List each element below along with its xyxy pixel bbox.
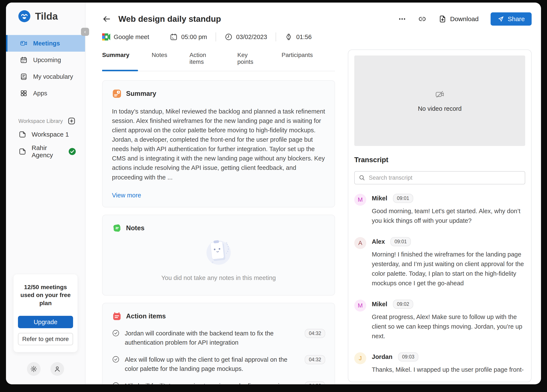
transcript-column: No video record Transcript M <box>348 49 532 384</box>
profile-button[interactable] <box>50 362 64 376</box>
speaker-name: Alex <box>372 238 385 245</box>
message-text: Thanks, Mikel. I wrapped up the user pro… <box>372 365 525 375</box>
transcript-search <box>354 171 525 184</box>
download-icon <box>438 15 447 23</box>
transcript-message: M Mikel 09:02 Great progress, Alex! Make… <box>354 299 525 341</box>
tab-action-items[interactable]: Action items <box>190 52 215 71</box>
action-items-icon <box>112 311 122 321</box>
sidebar-nav: Meetings Upcoming My vocabulary Apps <box>6 35 85 102</box>
sidebar-item-upcoming[interactable]: Upcoming <box>6 52 85 68</box>
timestamp-badge[interactable]: 04:32 <box>305 355 325 364</box>
selected-check-icon <box>68 148 76 155</box>
divider <box>276 33 276 41</box>
notes-card: Notes <box>102 215 335 296</box>
message-text: Morning! I finished the wireframes for t… <box>372 250 525 288</box>
folder-icon <box>18 147 27 156</box>
tab-participants[interactable]: Participants <box>282 52 313 71</box>
back-button[interactable] <box>102 14 111 23</box>
summary-card: Summary In today’s standup, Mikel review… <box>102 80 335 207</box>
timestamp-badge[interactable]: 09:02 <box>393 299 413 309</box>
add-workspace-button[interactable] <box>67 117 76 126</box>
main-area: Web design daily standup Download Share <box>85 3 541 384</box>
sidebar-footer <box>6 362 85 376</box>
link-icon <box>418 15 426 23</box>
meeting-platform: Google meet <box>102 33 149 41</box>
sidebar-item-label: Upcoming <box>33 57 61 64</box>
meeting-time: 05:00 pm <box>170 33 207 41</box>
download-button[interactable]: Download <box>438 15 479 23</box>
tab-notes[interactable]: Notes <box>152 52 167 71</box>
tab-summary[interactable]: Summary <box>102 52 130 71</box>
tab-key-points[interactable]: Key points <box>237 52 260 71</box>
check-circle-icon <box>112 329 120 337</box>
notes-icon <box>112 223 122 233</box>
calendar-icon <box>20 56 27 64</box>
action-item-text: Alex will follow up with the client to g… <box>125 355 294 374</box>
apps-grid-icon <box>20 89 27 97</box>
view-more-link[interactable]: View more <box>112 192 141 199</box>
video-placeholder: No video record <box>354 55 525 146</box>
upgrade-button[interactable]: Upgrade <box>18 316 73 328</box>
timestamp-badge[interactable]: 04:32 <box>305 381 325 384</box>
date-label: 03/02/2023 <box>236 33 267 40</box>
copy-link-button[interactable] <box>418 15 426 23</box>
transcript-message: A Alex 09:01 Morning! I finished the wir… <box>354 237 525 288</box>
workspace-item-workspace-1[interactable]: Workspace 1 <box>6 126 85 143</box>
stopwatch-icon <box>285 33 293 41</box>
avatar: M <box>354 194 366 206</box>
gear-icon <box>30 365 37 372</box>
action-items-card: Action items Jordan will coordinate with… <box>102 303 335 384</box>
action-item-text: Mikel will facilitate a session to revie… <box>125 381 294 384</box>
content-area: Summary Notes Action items Key points Pa… <box>102 49 532 384</box>
refer-button[interactable]: Refer to get more <box>18 333 73 345</box>
workspace-item-rahir-agency[interactable]: Rahir Agency <box>6 143 85 159</box>
tab-bar: Summary Notes Action items Key points Pa… <box>102 52 335 71</box>
meeting-header: Web design daily standup Download Share <box>102 12 532 26</box>
timestamp-badge[interactable]: 09:01 <box>390 237 411 246</box>
cards-list: Summary In today’s standup, Mikel review… <box>102 80 335 384</box>
clock-icon <box>225 33 233 41</box>
settings-button[interactable] <box>27 362 41 376</box>
card-title: Summary <box>126 90 156 98</box>
sidebar-item-label: My vocabulary <box>33 73 73 80</box>
app-window: Tilda ‹ Meetings Upcoming My vocabulary <box>6 3 541 384</box>
search-input[interactable] <box>369 174 521 181</box>
sidebar: Tilda ‹ Meetings Upcoming My vocabulary <box>6 3 85 384</box>
timestamp-badge[interactable]: 09:03 <box>398 352 419 361</box>
workspace-library-label: Workspace Library <box>18 118 67 124</box>
avatar: A <box>354 237 366 249</box>
timestamp-badge[interactable]: 04:32 <box>305 329 325 338</box>
platform-label: Google meet <box>114 33 149 40</box>
clipboard-illustration <box>199 234 239 270</box>
sidebar-collapse-button[interactable]: ‹ <box>81 28 89 36</box>
more-options-button[interactable] <box>398 15 406 23</box>
transcript-title: Transcript <box>354 156 525 164</box>
card-title: Action items <box>126 312 166 320</box>
timestamp-badge[interactable]: 09:01 <box>393 194 413 203</box>
app-title: Tilda <box>35 10 58 22</box>
share-button[interactable]: Share <box>491 12 532 26</box>
message-text: Good morning, team! Let's get started. A… <box>372 206 525 226</box>
notes-empty-state: You did not take any notes in this meeti… <box>112 233 325 287</box>
workspace-library-header: Workspace Library <box>6 117 85 126</box>
sidebar-item-label: Meetings <box>33 40 60 47</box>
workspace-item-label: Workspace 1 <box>32 131 69 138</box>
sidebar-item-my-vocabulary[interactable]: My vocabulary <box>6 68 85 85</box>
message-text: Great progress, Alex! Make sure to follo… <box>372 312 525 341</box>
send-icon <box>497 16 504 22</box>
time-label: 05:00 pm <box>181 33 207 40</box>
tilda-logo-icon <box>18 10 31 23</box>
speaker-name: Jordan <box>372 353 392 360</box>
google-meet-icon <box>102 33 110 41</box>
search-icon <box>359 174 365 181</box>
sidebar-item-meetings[interactable]: Meetings <box>6 35 85 52</box>
meeting-duration: 01:56 <box>285 33 312 41</box>
summary-column: Summary Notes Action items Key points Pa… <box>102 49 335 384</box>
transcript-message: M Mikel 09:01 Good morning, team! Let's … <box>354 194 525 226</box>
action-item-text: Jordan will coordinate with the backend … <box>125 329 294 347</box>
meeting-meta: Google meet 05:00 pm 03/02/2023 01:56 <box>102 33 532 41</box>
speaker-name: Mikel <box>372 301 387 308</box>
person-icon <box>54 365 61 372</box>
summary-icon <box>112 89 122 99</box>
sidebar-item-apps[interactable]: Apps <box>6 85 85 102</box>
